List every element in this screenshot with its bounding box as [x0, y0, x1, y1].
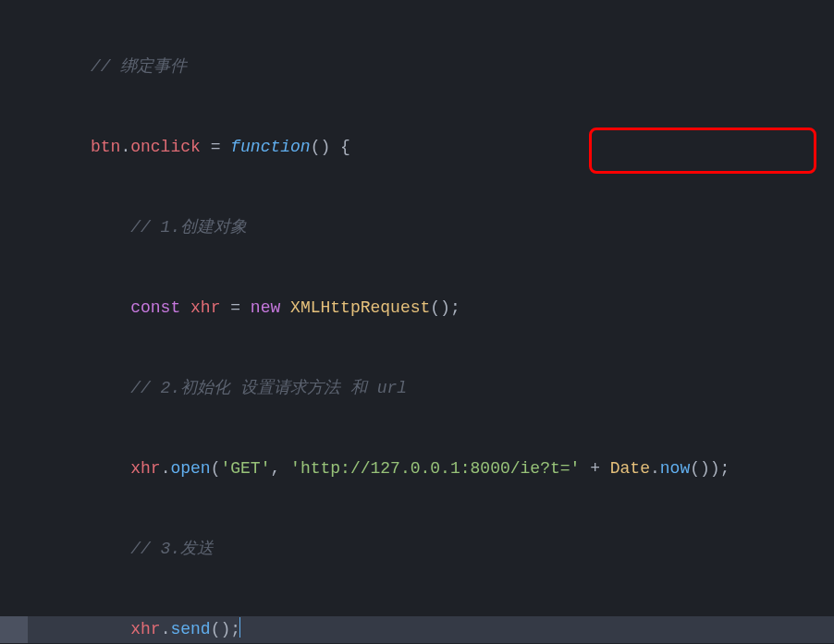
- keyword-function: function: [230, 138, 310, 156]
- comment-init: // 2.初始化 设置请求方法 和 url: [130, 379, 407, 397]
- open-paren: (: [211, 459, 221, 478]
- dot: .: [161, 620, 171, 638]
- call-close: ());: [690, 459, 730, 478]
- current-line: xhr.send();: [0, 616, 834, 643]
- assign: =: [201, 138, 230, 156]
- method-send: send: [170, 620, 210, 638]
- prop-onclick: onclick: [130, 138, 201, 156]
- string-get: 'GET': [220, 459, 270, 478]
- class-xmlhttprequest: XMLHttpRequest: [290, 298, 430, 317]
- code-editor[interactable]: // 绑定事件 btn.onclick = function() { // 1.…: [0, 0, 834, 644]
- var-xhr: xhr: [130, 620, 160, 638]
- keyword-const: const: [130, 298, 180, 317]
- var-xhr: xhr: [190, 298, 220, 317]
- comment-create: // 1.创建对象: [130, 218, 247, 237]
- fn-open: () {: [311, 138, 350, 156]
- comma: ,: [270, 459, 290, 478]
- dot: .: [120, 138, 130, 156]
- comment-send: // 3.发送: [130, 540, 214, 558]
- var-xhr: xhr: [130, 459, 160, 478]
- dot: .: [650, 459, 660, 478]
- method-now: now: [660, 459, 690, 478]
- ctor-close: ();: [430, 298, 460, 317]
- string-url: 'http://127.0.0.1:8000/ie?t=': [290, 459, 580, 478]
- class-date: Date: [610, 459, 650, 478]
- dot: .: [161, 459, 171, 478]
- method-open: open: [170, 459, 210, 478]
- gutter-current-line: [0, 616, 28, 643]
- keyword-new: new: [251, 298, 280, 317]
- text-cursor: [239, 617, 240, 638]
- var-btn: btn: [91, 138, 120, 156]
- comment-bind-event: // 绑定事件: [91, 57, 187, 76]
- send-close: ();: [211, 620, 240, 638]
- assign: =: [220, 298, 250, 317]
- plus-op: +: [580, 459, 609, 478]
